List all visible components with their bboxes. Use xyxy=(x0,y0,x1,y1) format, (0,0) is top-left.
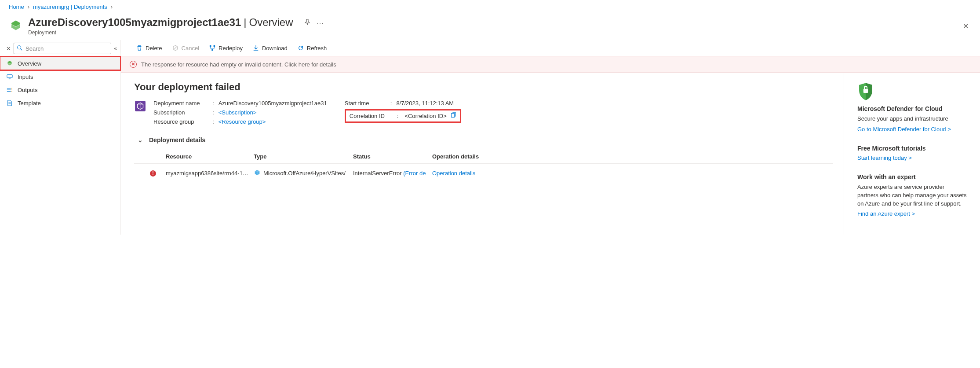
svg-point-4 xyxy=(11,89,12,90)
k-deployment-name: Deployment name xyxy=(153,100,211,107)
cell-resource: myazmigsapp6386site/rrn44-1… xyxy=(166,170,254,177)
right-panel: Microsoft Defender for Cloud Secure your… xyxy=(844,73,980,235)
overview-icon xyxy=(6,60,13,67)
svg-rect-8 xyxy=(210,45,211,47)
more-icon[interactable]: ··· xyxy=(317,20,324,26)
shield-icon xyxy=(857,82,874,101)
alert-text: The response for resource had empty or i… xyxy=(141,61,336,68)
breadcrumb-rg[interactable]: myazuremigrg | Deployments xyxy=(33,4,107,10)
defender-link[interactable]: Go to Microsoft Defender for Cloud > xyxy=(857,126,951,132)
download-label: Download xyxy=(262,45,288,52)
outputs-icon xyxy=(6,86,13,93)
sidebar-item-overview[interactable]: Overview xyxy=(0,57,120,70)
redeploy-label: Redeploy xyxy=(219,45,243,52)
close-icon[interactable]: ✕ xyxy=(960,19,971,33)
k-correlation-id: Correlation ID xyxy=(350,113,393,119)
deployment-summary-icon xyxy=(134,100,146,112)
col-type: Type xyxy=(254,153,353,160)
cell-status: InternalServerError xyxy=(353,170,402,177)
page-title: AzureDiscovery1005myazmigproject1ae31 xyxy=(28,16,241,29)
svg-line-1 xyxy=(21,48,22,50)
download-icon xyxy=(252,44,259,52)
v-deployment-name: AzureDiscovery1005myazmigproject1ae31 xyxy=(219,100,327,107)
breadcrumb-home[interactable]: Home xyxy=(9,4,24,10)
toolbar: Delete Cancel Redeploy Download Refresh xyxy=(121,40,980,56)
page-section: Overview xyxy=(249,16,293,29)
redeploy-icon xyxy=(209,44,216,52)
k-subscription: Subscription xyxy=(153,109,211,116)
refresh-icon xyxy=(297,44,304,52)
tutorials-heading: Free Microsoft tutorials xyxy=(857,145,967,152)
svg-line-7 xyxy=(174,47,177,50)
title-divider: | xyxy=(244,16,246,29)
sidebar-item-label: Outputs xyxy=(18,87,38,93)
cancel-button: Cancel xyxy=(172,44,199,52)
svg-point-5 xyxy=(11,91,12,92)
expert-link[interactable]: Find an Azure expert > xyxy=(857,210,915,217)
cell-type: Microsoft.OffAzure/HyperVSites/ xyxy=(263,170,346,177)
defender-text: Secure your apps and infrastructure xyxy=(857,115,967,123)
delete-button[interactable]: Delete xyxy=(136,44,162,52)
v-subscription[interactable]: <Subscription> xyxy=(219,109,257,116)
svg-rect-9 xyxy=(214,45,215,47)
v-start-time: 8/7/2023, 11:12:13 AM xyxy=(396,100,454,107)
search-icon xyxy=(17,45,23,52)
k-start-time: Start time xyxy=(345,100,389,107)
svg-rect-13 xyxy=(863,89,868,93)
svg-rect-12 xyxy=(451,114,454,118)
error-details-link[interactable]: (Error de xyxy=(403,170,426,177)
clear-search-icon[interactable]: ✕ xyxy=(6,45,11,52)
svg-rect-10 xyxy=(211,49,213,51)
cancel-icon xyxy=(172,44,179,52)
pin-icon[interactable] xyxy=(304,19,311,27)
tutorials-link[interactable]: Start learning today > xyxy=(857,155,912,161)
sidebar-item-label: Inputs xyxy=(18,74,33,80)
error-alert[interactable]: ✕ The response for resource had empty or… xyxy=(121,56,980,73)
download-button[interactable]: Download xyxy=(252,44,288,52)
col-resource: Resource xyxy=(166,153,254,160)
svg-rect-2 xyxy=(7,75,12,78)
chevron-down-icon[interactable]: ⌄ xyxy=(138,136,143,144)
sidebar-item-inputs[interactable]: Inputs xyxy=(0,70,120,83)
cancel-label: Cancel xyxy=(182,45,199,52)
col-status: Status xyxy=(353,153,432,160)
svg-point-0 xyxy=(18,45,21,49)
chevron-right-icon: › xyxy=(28,4,29,10)
delete-label: Delete xyxy=(146,45,162,52)
copy-icon[interactable] xyxy=(450,112,456,120)
svg-point-3 xyxy=(11,88,12,89)
redeploy-button[interactable]: Redeploy xyxy=(209,44,243,52)
resource-type-label: Deployment xyxy=(28,29,960,36)
deployment-details-heading: Deployment details xyxy=(149,136,205,144)
page-header: AzureDiscovery1005myazmigproject1ae31 | … xyxy=(0,14,980,40)
deployment-icon xyxy=(9,19,23,33)
collapse-sidebar-icon[interactable]: « xyxy=(114,45,117,52)
expert-text: Azure experts are service provider partn… xyxy=(857,183,967,208)
defender-heading: Microsoft Defender for Cloud xyxy=(857,105,967,112)
inputs-icon xyxy=(6,73,13,80)
v-resource-group[interactable]: <Resource group> xyxy=(219,118,266,125)
chevron-right-icon: › xyxy=(111,4,113,10)
sidebar-item-outputs[interactable]: Outputs xyxy=(0,83,120,96)
fail-heading: Your deployment failed xyxy=(134,81,833,93)
resource-type-icon xyxy=(254,169,261,177)
breadcrumb: Home › myazuremigrg | Deployments › xyxy=(0,0,980,14)
refresh-button[interactable]: Refresh xyxy=(297,44,327,52)
table-row: ! myazmigsapp6386site/rrn44-1… Microsoft… xyxy=(134,164,833,183)
v-correlation-id: <Correlation ID> xyxy=(404,113,446,119)
sidebar-item-label: Template xyxy=(18,100,41,107)
sidebar: ✕ « Overview Inputs Outpu xyxy=(0,40,121,235)
table-header: Resource Type Status Operation details xyxy=(134,150,833,164)
operation-details-link[interactable]: Operation details xyxy=(432,170,503,177)
k-resource-group: Resource group xyxy=(153,118,211,125)
correlation-id-row: Correlation ID: <Correlation ID> xyxy=(345,109,461,123)
trash-icon xyxy=(136,44,143,52)
expert-heading: Work with an expert xyxy=(857,173,967,180)
sidebar-item-template[interactable]: Template xyxy=(0,96,120,110)
search-input[interactable] xyxy=(14,43,111,54)
refresh-label: Refresh xyxy=(307,45,327,52)
error-dot-icon: ! xyxy=(150,170,156,177)
template-icon xyxy=(6,99,13,107)
error-icon: ✕ xyxy=(130,61,137,68)
search-field[interactable] xyxy=(26,45,108,52)
